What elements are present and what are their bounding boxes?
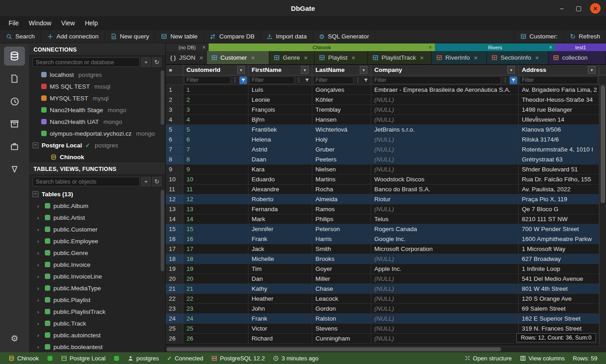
data-cell[interactable]: Ramos [312,204,371,214]
data-cell[interactable]: Kathy [248,284,312,294]
grid-row-13[interactable]: 1313FernandaRamos(NULL)Qe 7 Bloco G [166,204,599,214]
filter-input-lastname[interactable] [313,76,353,84]
data-cell[interactable]: (NULL) [371,314,519,324]
data-cell[interactable]: 20 [183,274,248,284]
data-cell[interactable]: Embraer - Empresa Brasileira de Aeronáut… [371,85,519,95]
data-cell[interactable]: Theodor-Heuss-Straße 34 [519,95,599,105]
data-cell[interactable]: 18 [183,254,248,264]
grid-row-10[interactable]: 1010EduardoMartinsWoodstock DiscosRua Dr… [166,175,599,184]
data-cell[interactable]: Martins [312,175,371,184]
table-item-public-playlist[interactable]: ›public.Playlist [29,294,165,306]
close-group-icon[interactable]: × [549,44,552,51]
data-cell[interactable]: Kara [248,165,312,175]
activitybar-history-icon[interactable] [4,92,25,111]
table-item-public-track[interactable]: ›public.Track [29,317,165,329]
expand-chevron-icon[interactable]: › [37,273,42,280]
data-cell[interactable]: Daan [248,155,312,165]
connection-item-olympus-medportal-vychozi-cz[interactable]: olympus-medportal.vychozi.czmongo [29,128,165,139]
data-cell[interactable]: Rogers Canada [371,224,519,234]
grid-row-17[interactable]: 1717JackSmithMicrosoft Corporation1 Micr… [166,244,599,254]
connections-search-input[interactable] [33,57,140,67]
table-item-public-genre[interactable]: ›public.Genre [29,247,165,259]
close-tab-icon[interactable]: × [420,54,424,61]
filter-menu-icon[interactable]: ⋮ [295,76,303,84]
data-cell[interactable]: Tremblay [312,105,371,115]
row-number-cell[interactable]: 2 [166,95,183,105]
data-cell[interactable]: John [248,304,312,314]
data-cell[interactable]: (NULL) [371,105,519,115]
filter-funnel-icon[interactable] [303,76,311,84]
activitybar-connections-icon[interactable] [4,47,25,66]
add-table-mini-button[interactable]: + [141,177,151,186]
data-cell[interactable]: 3 [183,105,248,115]
data-cell[interactable]: Ralston [312,314,371,324]
expand-chevron-icon[interactable]: › [37,332,42,339]
tab-group-chinook[interactable]: Chinook× [209,43,435,51]
data-cell[interactable]: 8 [183,155,248,165]
data-cell[interactable]: Tim [248,264,312,274]
data-cell[interactable]: Harris [312,234,371,244]
status-connected[interactable]: ✓Connected [163,355,207,362]
filter-input-customerid[interactable] [184,76,231,84]
data-cell[interactable]: Richard [248,334,312,344]
tab-group-test1[interactable]: test1 [555,43,606,51]
data-cell[interactable]: (NULL) [371,135,519,145]
data-cell[interactable]: 15 [183,224,248,234]
close-group-icon[interactable]: × [429,44,432,51]
expand-chevron-icon[interactable]: › [37,320,42,327]
row-number-cell[interactable]: 3 [166,105,183,115]
row-number-cell[interactable]: 20 [166,274,183,284]
row-number-cell[interactable]: 1 [166,85,183,95]
add-connection-button[interactable]: Add connection [41,30,105,43]
data-cell[interactable]: Eduardo [248,175,312,184]
activitybar-settings-icon[interactable]: ⚙ [4,329,25,348]
data-cell[interactable]: Rilská 3174/6 [519,135,599,145]
connection-item-nano2health-uat[interactable]: Nano2Health UATmongo [29,116,165,128]
filter-input-company[interactable] [372,76,501,84]
grid-vertical-scrollbar-thumb[interactable] [601,85,605,203]
data-cell[interactable]: Goyer [312,264,371,274]
data-cell[interactable]: 26 [183,334,248,344]
refresh-tables-button[interactable]: ↻ [152,177,162,186]
data-cell[interactable]: Michelle [248,254,312,264]
row-number-cell[interactable]: 8 [166,155,183,165]
data-cell[interactable]: (NULL) [371,165,519,175]
data-cell[interactable]: Grétrystraat 63 [519,155,599,165]
row-number-cell[interactable]: 14 [166,214,183,224]
table-item-public-playlisttrack[interactable]: ›public.PlaylistTrack [29,306,165,317]
grid-row-6[interactable]: 66HelenaHolý(NULL)Rilská 3174/6 [166,135,599,145]
tab-collection[interactable]: collection [549,51,606,64]
status-3-minutes-ago[interactable]: 3 minutes ago [269,355,323,362]
row-number-cell[interactable]: 5 [166,125,183,135]
row-number-cell[interactable]: 18 [166,254,183,264]
tables-scrollbar[interactable] [161,190,164,271]
activitybar-archive-icon[interactable] [4,114,25,133]
close-button[interactable]: × [590,3,601,14]
data-cell[interactable]: Astrid [248,145,312,155]
filter-menu-icon[interactable]: ⋮ [354,76,362,84]
data-cell[interactable]: Cunningham [312,334,371,344]
data-cell[interactable]: Smith [312,244,371,254]
data-cell[interactable]: 24 [183,314,248,324]
data-cell[interactable]: Philips [312,214,371,224]
data-cell[interactable]: 22 [183,294,248,304]
connection-item-ms-sql-test[interactable]: MS SQL TESTmssql [29,80,165,92]
row-number-cell[interactable]: 10 [166,175,183,184]
data-cell[interactable]: 319 N. Frances Street [519,324,599,334]
data-cell[interactable]: 1 Microsoft Way [519,244,599,254]
grid-row-24[interactable]: 2424FrankRalston(NULL)162 E Superior Str… [166,314,599,324]
row-number-cell[interactable]: 17 [166,244,183,254]
tab-group-rivers[interactable]: Rivers× [435,43,555,51]
grid-row-14[interactable]: 1414MarkPhilipsTelus8210 111 ST NW [166,214,599,224]
data-cell[interactable]: (NULL) [371,115,519,125]
expand-chevron-icon[interactable]: › [37,297,42,303]
data-cell[interactable]: Ullevĺlsveien 14 [519,115,599,125]
menu-view[interactable]: View [56,18,80,28]
grid-row-12[interactable]: 1212RobertoAlmeidaRioturPraça Pio X, 119 [166,194,599,204]
data-cell[interactable]: (NULL) [371,304,519,314]
data-cell[interactable]: 13 [183,204,248,214]
filter-funnel-icon[interactable] [362,76,370,84]
data-cell[interactable]: Dan [248,274,312,284]
data-cell[interactable]: Stevens [312,324,371,334]
filter-menu-icon[interactable]: ⋮ [501,76,509,84]
